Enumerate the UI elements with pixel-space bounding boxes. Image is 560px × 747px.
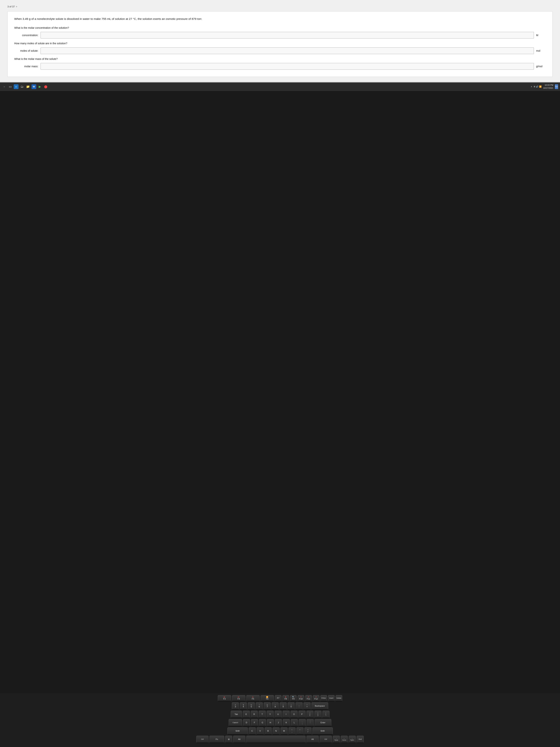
key-f6[interactable]: ⏩ F6 [261,695,274,701]
key-rbrace[interactable]: }] [315,711,321,718]
key-hash-3[interactable]: #3 [232,702,239,710]
word-icon[interactable]: W [31,84,36,89]
key-dollar-4[interactable]: $4 [240,702,247,710]
key-f9[interactable]: 🔍 F9 [290,695,297,701]
nav-bar: 3 of 37 > [7,5,553,8]
key-l[interactable]: L [291,719,298,726]
key-ctrl-left[interactable]: Ctrl [196,736,209,743]
arrow-icon[interactable]: ▶ [37,84,42,89]
key-colon[interactable]: :; [299,719,306,726]
key-f7[interactable]: F7 [275,695,282,701]
key-f4[interactable]: ⏭ F4 [232,695,245,701]
key-b[interactable]: B [265,727,272,735]
taskbar: ○ ▭ e 🗂 📁 W ▶ ⬤ ∧ 🖥 🔊 📶 10:03 PM 10/17/2… [0,83,560,91]
folder-icon[interactable]: 📁 [26,84,30,89]
key-space[interactable] [246,736,305,743]
key-y[interactable]: Y [267,711,274,718]
number-row: #3 $4 %5 ^6 &7 *8 (9 )0 _- += Backspace [3,702,557,710]
key-delete[interactable]: Delete [336,695,342,701]
key-e[interactable]: E [243,711,250,718]
bottom-row: Ctrl Fn ⊞ Alt Alt Ctrl ↑ PgUp ← Home ↓ [3,736,557,743]
key-enter[interactable]: Enter [315,719,331,726]
moles-input[interactable] [41,47,534,54]
key-g[interactable]: G [259,719,266,726]
key-pipe[interactable]: |\ [322,711,329,718]
key-lt[interactable]: <, [289,727,296,735]
key-m[interactable]: M [281,727,288,735]
start-button[interactable]: ○ [2,84,7,89]
key-super[interactable]: ⊞ [225,736,232,743]
key-alt-right[interactable]: Alt [306,736,319,743]
key-tab[interactable]: Tab [231,711,242,718]
molar-mass-input[interactable] [41,63,534,70]
taskbar-end-badge: Ea [555,84,558,89]
key-r[interactable]: R [251,711,258,718]
key-f[interactable]: F [251,719,258,726]
dark-gap [0,91,560,693]
question-block: When 3.49 g of a nonelectrolyte solute i… [7,11,553,77]
key-f5[interactable]: ⏯ F5 [246,695,260,701]
key-f12[interactable]: ✳ F12 [313,695,319,701]
key-ctrl-right[interactable]: Ctrl [320,736,332,743]
moles-row: moles of solute: mol [14,47,546,54]
key-question[interactable]: ?/ [304,727,312,735]
key-v[interactable]: V [257,727,264,735]
concentration-row: concentration: M [14,32,546,38]
key-shift-left[interactable]: Shift [228,727,248,735]
key-backspace[interactable]: Backspace [312,702,328,710]
home-row: CapsLk D F G H J K L :; "' Enter [3,719,557,726]
key-end[interactable]: End [357,736,364,743]
key-n[interactable]: N [273,727,279,735]
key-fn[interactable]: Fn [209,736,224,743]
moles-unit: mol [536,49,546,52]
tray-icons: 🖥 🔊 📶 [533,85,542,88]
concentration-input[interactable] [41,32,534,38]
key-f3[interactable]: ⏮ F3 [218,695,231,701]
file2-icon[interactable]: 🗂 [20,84,24,89]
key-alt-left[interactable]: Alt [233,736,245,743]
key-f11[interactable]: ✳ F11 [305,695,312,701]
key-quote[interactable]: "' [307,719,314,726]
key-star-8[interactable]: *8 [272,702,279,710]
key-prtscr[interactable]: PrtScr [320,695,327,701]
key-c[interactable]: C [249,727,256,735]
key-amp-7[interactable]: &7 [264,702,271,710]
key-p[interactable]: P [298,711,305,718]
clock-time: 10:03 PM [543,84,553,86]
key-t[interactable]: T [259,711,266,718]
key-f10[interactable]: ☀ F10 [298,695,304,701]
molar-mass-unit: g/mol [536,65,546,68]
key-insert[interactable]: Insert [328,695,335,701]
key-rparen-0[interactable]: )0 [288,702,295,710]
content-area: 3 of 37 > When 3.49 g of a nonelectrolyt… [0,0,560,83]
key-h[interactable]: H [267,719,274,726]
tray-chevron[interactable]: ∧ [531,85,532,88]
key-minus[interactable]: _- [296,702,302,710]
keyboard: ⏮ F3 ⏭ F4 ⏯ F5 ⏩ F6 F7 🖥 F8 🔍 F9 ☀ F10 [0,693,560,747]
key-pgdn[interactable]: ↓ PgDn [349,736,356,743]
edge-icon[interactable]: e [14,84,19,89]
key-home[interactable]: ← Home [341,736,348,743]
file-icon[interactable]: ▭ [8,84,12,89]
key-pgup[interactable]: ↑ PgUp [333,736,340,743]
qwerty-row: Tab E R T Y U I O P {[ }] |\ [3,711,557,718]
key-percent-5[interactable]: %5 [248,702,255,710]
key-j[interactable]: J [275,719,282,726]
key-shift-right[interactable]: Shift [313,727,333,735]
key-f8[interactable]: 🖥 F8 [283,695,289,701]
key-lbrace[interactable]: {[ [306,711,314,718]
key-gt[interactable]: >. [296,727,303,735]
clock: 10:03 PM 10/17/2021 [543,84,553,89]
key-u[interactable]: U [275,711,282,718]
key-equals[interactable]: += [303,702,311,710]
chrome-icon[interactable]: ⬤ [43,84,48,89]
key-caret-6[interactable]: ^6 [256,702,263,710]
key-d[interactable]: D [243,719,250,726]
key-i[interactable]: I [283,711,290,718]
fn-key-row: ⏮ F3 ⏭ F4 ⏯ F5 ⏩ F6 F7 🖥 F8 🔍 F9 ☀ F10 [3,695,557,701]
key-k[interactable]: K [283,719,290,726]
key-o[interactable]: O [291,711,298,718]
shift-row: Shift C V B N M <, >. ?/ Shift [3,727,557,735]
key-capslock[interactable]: CapsLk [229,719,242,726]
key-lparen-9[interactable]: (9 [279,702,287,710]
